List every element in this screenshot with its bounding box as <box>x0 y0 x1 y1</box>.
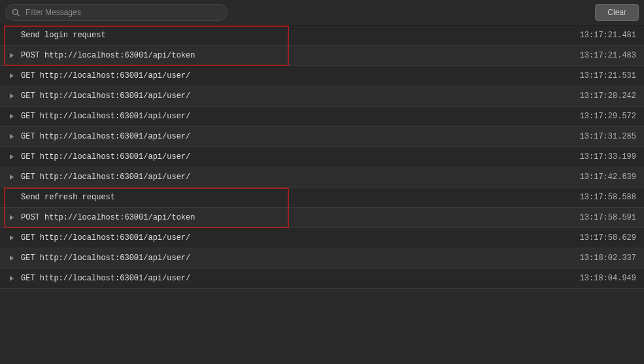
log-timestamp: 13:17:21.481 <box>580 31 636 40</box>
log-row[interactable]: GET http://localhost:63001/api/user/13:1… <box>0 66 644 86</box>
chevron-right-icon[interactable] <box>8 92 16 100</box>
svg-marker-14 <box>10 276 14 281</box>
log-timestamp: 13:17:33.199 <box>580 152 636 161</box>
log-text: POST http://localhost:63001/api/token <box>21 213 572 222</box>
chevron-right-icon[interactable] <box>8 254 16 262</box>
toolbar: Clear <box>0 0 644 25</box>
chevron-right-icon[interactable] <box>8 52 16 59</box>
log-row[interactable]: POST http://localhost:63001/api/token13:… <box>0 46 644 66</box>
log-timestamp: 13:17:42.639 <box>580 173 636 182</box>
log-timestamp: 13:17:58.591 <box>580 213 636 222</box>
log-row[interactable]: GET http://localhost:63001/api/user/13:1… <box>0 228 644 248</box>
log-row[interactable]: POST http://localhost:63001/api/token13:… <box>0 208 644 228</box>
log-row[interactable]: GET http://localhost:63001/api/user/13:1… <box>0 107 644 127</box>
clear-button[interactable]: Clear <box>595 4 639 21</box>
chevron-right-icon[interactable] <box>8 274 16 282</box>
log-text: POST http://localhost:63001/api/token <box>21 51 572 60</box>
log-text: GET http://localhost:63001/api/user/ <box>21 91 572 101</box>
log-row[interactable]: GET http://localhost:63001/api/user/13:1… <box>0 127 644 147</box>
chevron-right-icon[interactable] <box>8 214 16 222</box>
log-row[interactable]: Send login request13:17:21.481 <box>0 25 644 46</box>
log-text: GET http://localhost:63001/api/user/ <box>21 132 572 141</box>
svg-marker-3 <box>10 53 14 58</box>
log-text: GET http://localhost:63001/api/user/ <box>21 274 572 283</box>
log-text: GET http://localhost:63001/api/user/ <box>21 112 572 121</box>
log-timestamp: 13:17:58.588 <box>580 193 636 202</box>
chevron-right-icon[interactable] <box>8 234 16 242</box>
log-timestamp: 13:17:31.285 <box>580 132 636 141</box>
svg-marker-13 <box>10 256 14 261</box>
svg-marker-9 <box>10 174 14 180</box>
svg-marker-4 <box>10 73 14 78</box>
chevron-right-icon[interactable] <box>8 133 16 141</box>
filter-input[interactable] <box>5 4 228 21</box>
svg-marker-12 <box>10 235 14 240</box>
log-text: Send login request <box>21 31 572 40</box>
chevron-right-icon[interactable] <box>8 72 16 80</box>
svg-marker-8 <box>10 154 14 159</box>
log-list: Send login request13:17:21.481POST http:… <box>0 25 644 289</box>
log-row[interactable]: GET http://localhost:63001/api/user/13:1… <box>0 86 644 107</box>
log-text: GET http://localhost:63001/api/user/ <box>21 71 572 80</box>
log-row[interactable]: GET http://localhost:63001/api/user/13:1… <box>0 147 644 167</box>
log-text: GET http://localhost:63001/api/user/ <box>21 152 572 161</box>
log-row[interactable]: GET http://localhost:63001/api/user/13:1… <box>0 248 644 269</box>
log-timestamp: 13:18:02.337 <box>580 254 636 263</box>
svg-marker-11 <box>10 215 14 220</box>
log-row[interactable]: GET http://localhost:63001/api/user/13:1… <box>0 269 644 289</box>
log-text: Send refresh request <box>21 193 572 202</box>
svg-marker-5 <box>10 93 14 99</box>
log-timestamp: 13:17:58.629 <box>580 233 636 242</box>
log-text: GET http://localhost:63001/api/user/ <box>21 254 572 263</box>
log-timestamp: 13:17:29.572 <box>580 112 636 121</box>
chevron-right-icon[interactable] <box>8 112 16 120</box>
chevron-right-icon[interactable] <box>8 153 16 161</box>
log-row[interactable]: GET http://localhost:63001/api/user/13:1… <box>0 167 644 188</box>
log-timestamp: 13:17:28.242 <box>580 91 636 101</box>
log-timestamp: 13:17:21.483 <box>580 51 636 60</box>
log-text: GET http://localhost:63001/api/user/ <box>21 233 572 242</box>
log-timestamp: 13:17:21.531 <box>580 71 636 80</box>
log-text: GET http://localhost:63001/api/user/ <box>21 173 572 182</box>
log-row[interactable]: Send refresh request13:17:58.588 <box>0 188 644 208</box>
chevron-right-icon[interactable] <box>8 173 16 181</box>
svg-marker-7 <box>10 134 14 139</box>
log-timestamp: 13:18:04.949 <box>580 274 636 283</box>
svg-marker-6 <box>10 114 14 119</box>
filter-wrapper <box>5 4 228 21</box>
